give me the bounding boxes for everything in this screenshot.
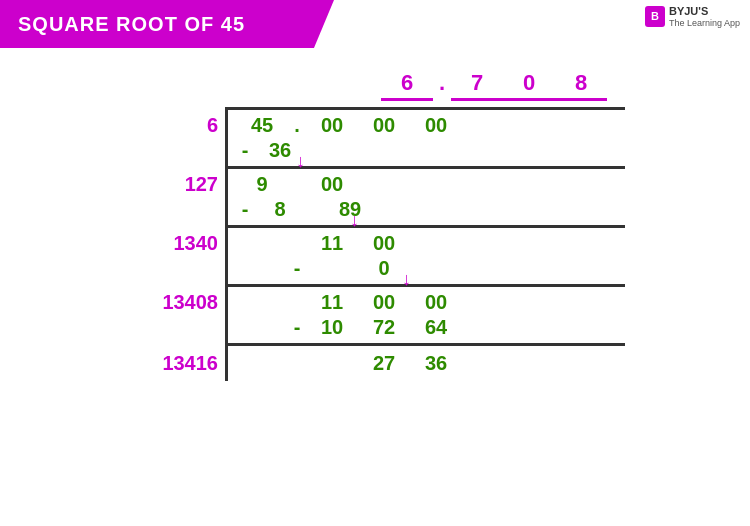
- arrow-1: ↓: [296, 151, 305, 172]
- arrow-3: ↓: [402, 269, 411, 290]
- page-header: SQUARE ROOT OF 45: [0, 0, 334, 48]
- minus-2: -: [236, 198, 254, 221]
- divisor-4: 13408: [140, 291, 218, 314]
- step-3: 1340 ↓ 11 00 - 0: [228, 228, 625, 284]
- divisor-1: 6: [140, 114, 218, 137]
- cell-45: 45: [236, 114, 288, 137]
- cell-27: 27: [358, 352, 410, 375]
- brand-tagline: The Learning App: [669, 18, 740, 28]
- cell-8: 8: [254, 198, 306, 221]
- result-row: 6 . 7 0 8: [125, 70, 625, 101]
- logo-area: B BYJU'S The Learning App: [645, 4, 740, 28]
- cell-64: 64: [410, 316, 462, 339]
- cell-00b: 00: [358, 114, 410, 137]
- division-bracket: 6 45 . 00 00 00 - 36 127: [225, 107, 625, 381]
- cell-36: 36: [410, 352, 462, 375]
- cell-00-3: 00: [358, 232, 410, 255]
- cell-11-4: 11: [306, 291, 358, 314]
- logo-icon: B: [645, 6, 665, 27]
- divisor-5: 13416: [140, 352, 218, 375]
- arrow-2: ↓: [350, 210, 359, 231]
- step1-sub-row: - 36: [236, 139, 625, 166]
- step3-sub-row: - 0: [236, 257, 625, 284]
- step-2: 127 ↓ 9 00 - 8 89: [228, 169, 625, 225]
- step2-sub-row: - 8 89: [236, 198, 625, 225]
- divisor-2: 127: [140, 173, 218, 196]
- cell-00a: 00: [306, 114, 358, 137]
- minus-1: -: [236, 139, 254, 162]
- step-4: 13408 ↓ 11 00 00 - 10 72 64: [228, 287, 625, 343]
- minus-4: -: [288, 316, 306, 339]
- minus-3: -: [288, 257, 306, 280]
- cell-10: 10: [306, 316, 358, 339]
- main-content: 6 . 7 0 8 6 45 . 00 00 00 -: [0, 60, 750, 526]
- step5-result-row: 27 36: [236, 352, 625, 375]
- cell-00-4b: 00: [410, 291, 462, 314]
- result-digit-0: 0: [503, 70, 555, 101]
- result-digit-7: 7: [451, 70, 503, 101]
- step4-sub-row: - 10 72 64: [236, 316, 625, 343]
- cell-72: 72: [358, 316, 410, 339]
- cell-00-4a: 00: [358, 291, 410, 314]
- step2-top-row: 9 00: [236, 173, 625, 198]
- cell-11: 11: [306, 232, 358, 255]
- step1-top-row: 45 . 00 00 00: [236, 114, 625, 139]
- cell-dot: .: [288, 114, 306, 137]
- divisor-3: 1340: [140, 232, 218, 255]
- cell-00-2: 00: [306, 173, 358, 196]
- step4-top-row: 11 00 00: [236, 291, 625, 316]
- result-digit-8: 8: [555, 70, 607, 101]
- step-5: 13416 27 36: [228, 346, 625, 381]
- step-1: 6 45 . 00 00 00 - 36: [228, 110, 625, 166]
- result-dot: .: [433, 70, 451, 101]
- result-digit-6: 6: [381, 70, 433, 101]
- brand-name: BYJU'S: [669, 4, 740, 18]
- page-title: SQUARE ROOT OF 45: [18, 13, 245, 36]
- cell-9: 9: [236, 173, 288, 196]
- logo-text-block: BYJU'S The Learning App: [669, 4, 740, 28]
- cell-00c: 00: [410, 114, 462, 137]
- step3-top-row: 11 00: [236, 232, 625, 257]
